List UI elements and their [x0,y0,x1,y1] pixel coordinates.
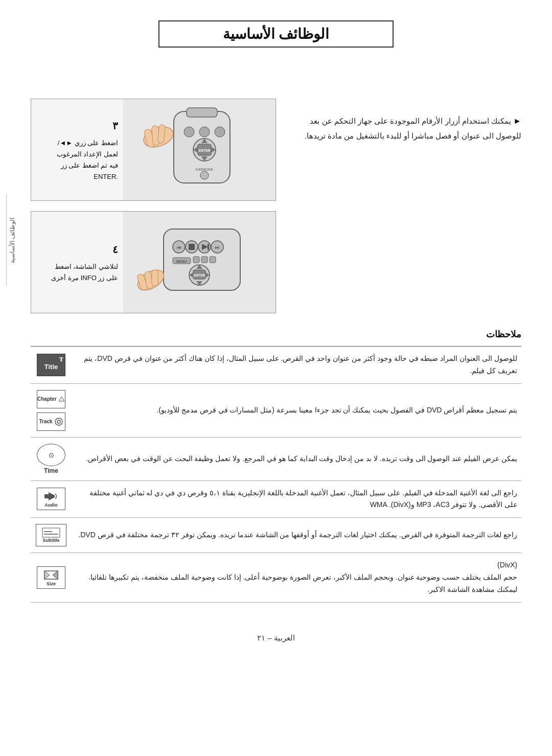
svg-rect-1 [187,108,217,117]
step4-svg: ⏮ ⏭ MENU [133,219,266,306]
top-section: ► يمكنك استخدام أزرار الأرقام الموجودة ع… [31,99,521,313]
notes-section: ملاحظات للوصول الى العنوان المراد ضبطه ف… [31,329,521,603]
page-title: الوظائف الأساسية [223,26,330,42]
svg-marker-56 [53,571,58,579]
svg-point-13 [200,171,209,179]
bullet-icon: ► [513,117,521,125]
note-icon-title: 𝐓 Title [31,347,72,384]
note-icon-time: ⊙ Time [31,437,72,480]
note-text-title: للوصول الى العنوان المراد ضبطه في حالة و… [72,347,521,384]
svg-point-46 [55,418,62,425]
table-row: يتم تسجيل معظم أقراص DVD في الفصول بحيث … [31,383,521,437]
table-row: (DivX) حجم الملف يختلف حسب وضوحية عنوان.… [31,553,521,602]
note-text-time: يمكن عرض الفيلم عند الوصول الى وقت تريده… [72,437,521,480]
svg-text:KARAOKE: KARAOKE [196,168,213,171]
table-row: راجع الى لغة الأغنية المدخلة في الفيلم. … [31,480,521,518]
svg-rect-22 [189,244,195,250]
note-text-audio: راجع الى لغة الأغنية المدخلة في الفيلم. … [72,480,521,518]
note-icon-size: Size [31,553,72,602]
svg-rect-30 [193,257,199,263]
svg-text:ENTER: ENTER [193,273,205,277]
svg-text:✓: ✓ [61,398,62,401]
svg-marker-50 [49,492,55,500]
note-text-chapter: يتم تسجيل معظم أقراص DVD في الفصول بحيث … [72,383,521,437]
diagram4-text: ٤ لتلاشي الشاشة، اضغط على زر INFO مرة أخ… [31,212,123,313]
left-text-block: ► يمكنك استخدام أزرار الأرقام الموجودة ع… [286,99,521,143]
svg-rect-17 [157,125,165,144]
svg-rect-51 [42,528,60,537]
diagram3-text: ٣ اضغط على زري ►◄/ لعمل الإعداد المرغوب … [31,99,123,200]
right-diagrams: ENTER KARAOKE [31,99,276,313]
svg-rect-49 [44,494,49,498]
note-text-subtitle: راجع لغات الترجمة المتوفرة في القرص. يمك… [72,518,521,553]
diagram-step4: ⏮ ⏭ MENU [31,211,276,313]
svg-rect-31 [201,257,208,263]
diagram-step3: ENTER KARAOKE [31,99,276,201]
diagram3-image: ENTER KARAOKE [123,99,275,200]
svg-text:⏮: ⏮ [177,245,181,250]
table-row: راجع لغات الترجمة المتوفرة في القرص. يمك… [31,518,521,553]
table-row: للوصول الى العنوان المراد ضبطه في حالة و… [31,347,521,384]
svg-rect-25 [208,244,209,250]
diagram4-image: ⏮ ⏭ MENU [123,212,275,313]
svg-text:⊙: ⊙ [49,451,54,459]
svg-point-4 [215,127,225,137]
step3-svg: ENTER KARAOKE [133,106,266,193]
sidebar-label: الوظائف الأساسية [6,194,18,286]
svg-rect-43 [152,270,158,286]
table-row: يمكن عرض الفيلم عند الوصول الى وقت تريده… [31,437,521,480]
svg-marker-55 [44,571,50,579]
svg-text:MENU: MENU [176,260,187,263]
page-title-box: الوظائف الأساسية [158,20,394,48]
left-text-content: ► يمكنك استخدام أزرار الأرقام الموجودة ع… [286,114,521,143]
svg-point-2 [184,127,194,137]
notes-title: ملاحظات [31,329,521,342]
svg-point-3 [199,127,210,137]
svg-text:ENTER: ENTER [198,149,211,152]
notes-table: للوصول الى العنوان المراد ضبطه في حالة و… [31,346,521,603]
page-footer: العربية – ٢١ [31,633,521,643]
note-icon-chapter-track: ✓ Chapter Track [31,383,72,437]
svg-point-47 [57,420,60,423]
note-icon-audio: Audio [31,480,72,518]
note-text-size: (DivX) حجم الملف يختلف حسب وضوحية عنوان.… [72,553,521,602]
note-icon-subtitle: Subtitle [31,518,72,553]
svg-text:⏭: ⏭ [215,245,220,250]
svg-rect-32 [210,257,216,263]
page: الوظائف الأساسية ► يمكنك استخدام أزرار ا… [0,0,552,756]
